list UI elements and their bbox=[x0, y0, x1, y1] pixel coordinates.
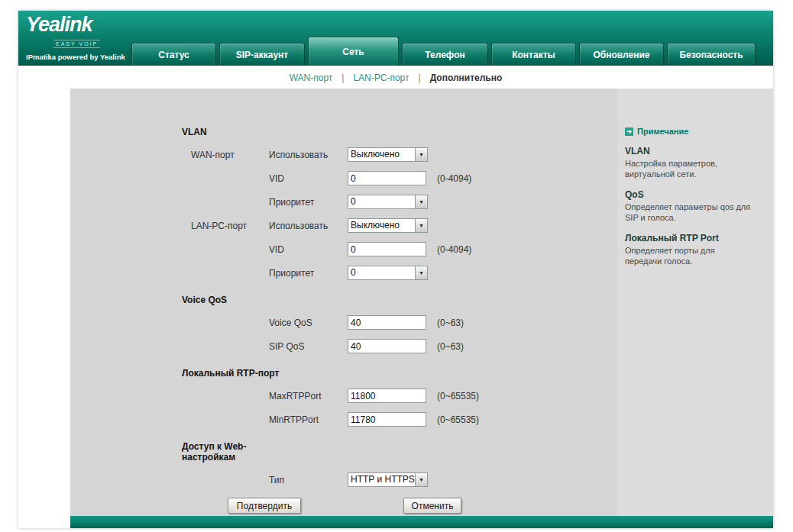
field-label: Voice QoS bbox=[269, 318, 348, 328]
subnav-item-advanced[interactable]: Дополнительно bbox=[430, 73, 503, 83]
select-value: 0 bbox=[348, 195, 415, 208]
note-body: Настройка параметров, виртуальной сети. bbox=[625, 158, 753, 179]
left-gutter bbox=[18, 89, 70, 516]
range-hint: (0-4094) bbox=[437, 173, 471, 184]
sip-qos-input[interactable] bbox=[348, 339, 426, 353]
lan-priority-select[interactable]: 0 ▼ bbox=[348, 266, 428, 280]
field-label: Тип bbox=[269, 475, 348, 485]
subnav: WAN-порт | LAN-PC-порт | Дополнительно bbox=[18, 67, 773, 89]
form-row: VID (0-4094) bbox=[182, 166, 617, 190]
select-value: Выключено bbox=[348, 219, 415, 232]
note-heading: QoS bbox=[625, 189, 753, 200]
footer-gutter bbox=[18, 516, 70, 528]
form-row: SIP QoS (0~63) bbox=[182, 334, 617, 358]
field-label: Приоритет bbox=[269, 197, 348, 208]
range-hint: (0~65535) bbox=[437, 414, 479, 425]
min-rtp-port-input[interactable] bbox=[348, 412, 426, 427]
field-label: Приоритет bbox=[269, 268, 348, 279]
lan-vid-input[interactable] bbox=[348, 242, 426, 256]
group-label-lan-pc-port: LAN-PC-порт bbox=[182, 221, 269, 231]
note-heading: Локальный RTP Port bbox=[625, 233, 753, 243]
max-rtp-port-input[interactable] bbox=[348, 389, 426, 403]
note-sidebar: ➔ Примечание VLAN Настройка параметров, … bbox=[617, 89, 773, 516]
range-hint: (0~63) bbox=[437, 341, 464, 352]
app-window: Yealink EASY VOIP IPmatika powered by Ye… bbox=[18, 11, 773, 528]
voice-qos-input[interactable] bbox=[348, 315, 426, 330]
tab-security[interactable]: Безопасность bbox=[667, 43, 756, 66]
form-row: Приоритет 0 ▼ bbox=[182, 261, 617, 285]
tab-network[interactable]: Сеть bbox=[308, 37, 399, 66]
web-access-type-select[interactable]: HTTP и HTTPS ▼ bbox=[348, 472, 428, 487]
tab-sip-account[interactable]: SIP-аккаунт bbox=[219, 43, 305, 66]
range-hint: (0~65535) bbox=[437, 391, 479, 401]
note-arrow-icon: ➔ bbox=[625, 127, 633, 136]
page: Yealink EASY VOIP IPmatika powered by Ye… bbox=[0, 0, 793, 532]
brand-panel: Yealink EASY VOIP IPmatika powered by Ye… bbox=[18, 11, 131, 67]
select-value: Выключено bbox=[348, 148, 415, 161]
field-label: MaxRTPPort bbox=[269, 391, 348, 401]
select-value: 0 bbox=[348, 266, 415, 279]
subnav-separator: | bbox=[341, 73, 344, 83]
wan-priority-select[interactable]: 0 ▼ bbox=[348, 195, 428, 209]
easy-voip-badge: EASY VOIP bbox=[53, 40, 100, 48]
select-value: HTTP и HTTPS bbox=[348, 473, 415, 486]
form-row: MinRTPPort (0~65535) bbox=[182, 408, 617, 431]
note-heading: VLAN bbox=[625, 146, 753, 156]
footer bbox=[18, 516, 773, 528]
field-label: VID bbox=[269, 244, 348, 255]
field-label: SIP QoS bbox=[269, 341, 348, 352]
content-area: VLAN WAN-порт Использовать Выключено ▼ V… bbox=[18, 89, 773, 516]
confirm-button[interactable]: Подтвердить bbox=[228, 498, 301, 514]
form-row: WAN-порт Использовать Выключено ▼ bbox=[182, 143, 617, 166]
tab-contacts[interactable]: Контакты bbox=[491, 43, 576, 66]
field-label: Использовать bbox=[269, 150, 348, 160]
wan-vlan-enable-select[interactable]: Выключено ▼ bbox=[348, 147, 428, 162]
header: Yealink EASY VOIP IPmatika powered by Ye… bbox=[18, 11, 773, 67]
tab-upgrade[interactable]: Обновление bbox=[579, 43, 664, 66]
footer-bar bbox=[70, 516, 773, 528]
settings-form-panel: VLAN WAN-порт Использовать Выключено ▼ V… bbox=[70, 89, 617, 516]
section-title-web-access: Доступ к Web-настройкам bbox=[182, 441, 283, 463]
form-row: VID (0-4094) bbox=[182, 237, 617, 261]
lan-vlan-enable-select[interactable]: Выключено ▼ bbox=[348, 218, 428, 233]
note-entry-local-rtp-port: Локальный RTP Port Определяет порты для … bbox=[625, 233, 753, 266]
chevron-down-icon[interactable]: ▼ bbox=[415, 195, 427, 208]
range-hint: (0~63) bbox=[437, 318, 464, 328]
field-label: MinRTPPort bbox=[269, 414, 348, 425]
subnav-item-wan-port[interactable]: WAN-порт bbox=[290, 73, 333, 83]
form-row: Voice QoS (0~63) bbox=[182, 311, 617, 334]
range-hint: (0-4094) bbox=[437, 244, 471, 255]
tab-status[interactable]: Статус bbox=[131, 43, 216, 66]
note-body: Определяет параметры qos для SIP и голос… bbox=[625, 202, 753, 223]
subnav-separator: | bbox=[419, 73, 421, 83]
note-entry-vlan: VLAN Настройка параметров, виртуальной с… bbox=[625, 146, 753, 179]
note-body: Определяет порты для передачи голоса. bbox=[625, 245, 753, 266]
form-row: MaxRTPPort (0~65535) bbox=[182, 384, 617, 408]
section-title-vlan: VLAN bbox=[182, 127, 617, 137]
note-title-row: ➔ Примечание bbox=[625, 127, 759, 136]
group-label-wan-port: WAN-порт bbox=[182, 150, 269, 160]
note-title: Примечание bbox=[637, 127, 688, 136]
field-label: Использовать bbox=[269, 221, 348, 231]
main-tabs: Статус SIP-аккаунт Сеть Телефон Контакты… bbox=[131, 37, 773, 66]
chevron-down-icon[interactable]: ▼ bbox=[415, 473, 427, 486]
section-title-local-rtp-port: Локальный RTP-порт bbox=[182, 368, 617, 379]
field-label: VID bbox=[269, 173, 348, 184]
brand-tagline: IPmatika powered by Yealink bbox=[26, 53, 131, 61]
form-actions: Подтвердить Отменить bbox=[182, 498, 617, 517]
tab-phone[interactable]: Телефон bbox=[402, 43, 488, 66]
note-entry-qos: QoS Определяет параметры qos для SIP и г… bbox=[625, 189, 753, 223]
subnav-item-lan-pc-port[interactable]: LAN-PC-порт bbox=[353, 73, 409, 83]
section-title-voice-qos: Voice QoS bbox=[182, 295, 617, 305]
form-row: Приоритет 0 ▼ bbox=[182, 190, 617, 214]
yealink-logo: Yealink bbox=[26, 14, 131, 35]
chevron-down-icon[interactable]: ▼ bbox=[415, 219, 427, 232]
form-row: Тип HTTP и HTTPS ▼ bbox=[182, 468, 617, 492]
chevron-down-icon[interactable]: ▼ bbox=[415, 266, 427, 279]
form-row: LAN-PC-порт Использовать Выключено ▼ bbox=[182, 214, 617, 237]
chevron-down-icon[interactable]: ▼ bbox=[415, 148, 427, 161]
wan-vid-input[interactable] bbox=[348, 171, 426, 185]
cancel-button[interactable]: Отменить bbox=[403, 498, 461, 514]
